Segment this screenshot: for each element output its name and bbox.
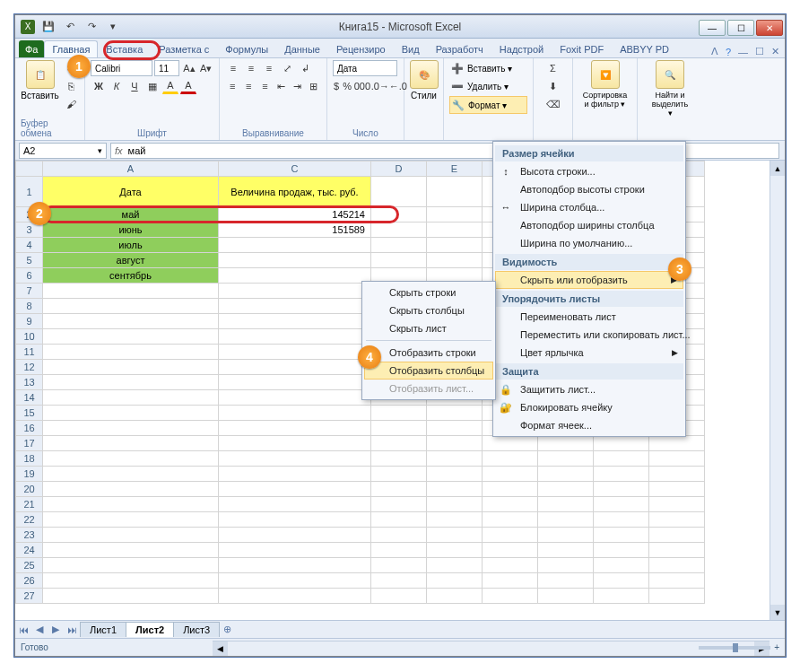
cell[interactable] <box>649 573 705 589</box>
cell[interactable] <box>43 299 219 314</box>
menu-autofit-col[interactable]: Автоподбор ширины столбца <box>495 216 683 234</box>
cell[interactable] <box>371 238 427 253</box>
row-header[interactable]: 22 <box>16 512 43 528</box>
cell[interactable] <box>219 558 371 573</box>
cell[interactable] <box>43 436 219 451</box>
orientation-icon[interactable]: ⤢ <box>279 60 295 76</box>
submenu-unhide-cols[interactable]: Отобразить столбцы <box>364 362 493 380</box>
tab-review[interactable]: Рецензиро <box>328 40 394 57</box>
row-header[interactable]: 18 <box>16 451 43 467</box>
cell[interactable] <box>43 345 219 360</box>
cell[interactable] <box>371 482 427 497</box>
menu-autofit-row[interactable]: Автоподбор высоты строки <box>495 180 683 198</box>
horizontal-scrollbar[interactable]: ◀ ▶ <box>213 641 770 656</box>
menu-col-width[interactable]: ↔Ширина столбца... <box>495 198 683 216</box>
row-header[interactable]: 14 <box>16 390 43 406</box>
cell[interactable] <box>427 467 483 482</box>
qat-undo-icon[interactable]: ↶ <box>62 19 78 35</box>
inc-decimal-icon[interactable]: .0→ <box>372 78 388 94</box>
cell[interactable] <box>427 482 483 497</box>
cell[interactable]: май <box>43 207 219 223</box>
cell[interactable] <box>43 360 219 375</box>
row-header[interactable]: 21 <box>16 497 43 512</box>
cell[interactable] <box>483 528 538 543</box>
cell[interactable] <box>219 467 371 482</box>
cell[interactable] <box>371 223 427 238</box>
menu-row-height[interactable]: ↕Высота строки... <box>495 162 683 180</box>
cell[interactable] <box>649 528 705 543</box>
menu-move-copy-sheet[interactable]: Переместить или скопировать лист... <box>495 326 683 344</box>
cell[interactable]: 145214 <box>219 207 371 223</box>
cell[interactable] <box>219 253 371 268</box>
cell[interactable] <box>371 207 427 223</box>
cell[interactable] <box>219 451 371 467</box>
cell[interactable] <box>538 528 594 543</box>
cell[interactable] <box>371 421 427 436</box>
border-icon[interactable]: ▦ <box>144 78 161 94</box>
cell[interactable] <box>219 421 371 436</box>
cell[interactable] <box>43 589 219 604</box>
cell[interactable] <box>43 421 219 436</box>
cell[interactable] <box>594 528 649 543</box>
qat-dropdown-icon[interactable]: ▾ <box>105 19 121 35</box>
decrease-font-icon[interactable]: A▾ <box>198 60 213 76</box>
cell[interactable] <box>483 497 538 512</box>
submenu-hide-cols[interactable]: Скрыть столбцы <box>364 301 493 319</box>
row-header[interactable]: 6 <box>16 268 43 284</box>
submenu-hide-rows[interactable]: Скрыть строки <box>364 284 493 301</box>
scroll-down-icon[interactable]: ▼ <box>770 605 785 620</box>
align-right-icon[interactable]: ≡ <box>257 78 272 94</box>
cell[interactable] <box>43 482 219 497</box>
col-header[interactable]: D <box>371 161 427 177</box>
italic-icon[interactable]: К <box>109 78 125 94</box>
cell[interactable] <box>483 558 538 573</box>
cell[interactable] <box>427 207 483 223</box>
tab-abbyy[interactable]: ABBYY PD <box>612 40 677 57</box>
row-header[interactable]: 20 <box>16 482 43 497</box>
cell[interactable] <box>43 329 219 345</box>
sheet-nav-next-icon[interactable]: ▶ <box>48 622 64 638</box>
cell[interactable] <box>427 528 483 543</box>
cell[interactable] <box>219 360 371 375</box>
cell[interactable] <box>219 589 371 604</box>
cell[interactable] <box>371 543 427 558</box>
cell[interactable] <box>538 573 594 589</box>
scroll-left-icon[interactable]: ◀ <box>213 641 228 656</box>
copy-icon[interactable]: ⎘ <box>64 78 80 94</box>
cells-format-button[interactable]: 🔧Формат ▾ <box>449 96 527 114</box>
menu-tab-color[interactable]: Цвет ярлычка▶ <box>495 344 683 362</box>
cell[interactable] <box>219 497 371 512</box>
cell[interactable] <box>43 573 219 589</box>
row-header[interactable]: 19 <box>16 467 43 482</box>
cell[interactable] <box>427 238 483 253</box>
number-format-select[interactable]: Дата <box>333 60 397 76</box>
cell[interactable] <box>427 543 483 558</box>
sheet-nav-last-icon[interactable]: ⏭ <box>64 622 80 638</box>
cell[interactable] <box>538 543 594 558</box>
styles-button[interactable]: 🎨 Стили <box>404 60 444 100</box>
tab-formulas[interactable]: Формулы <box>217 40 276 57</box>
cell[interactable] <box>427 558 483 573</box>
doc-min-icon[interactable]: — <box>738 47 748 57</box>
row-header[interactable]: 12 <box>16 360 43 375</box>
cell[interactable] <box>538 451 594 467</box>
cell[interactable] <box>371 512 427 528</box>
find-select-button[interactable]: 🔍 Найти и выделить ▾ <box>650 60 690 118</box>
row-header[interactable]: 15 <box>16 406 43 421</box>
cell[interactable] <box>649 512 705 528</box>
row-header[interactable]: 10 <box>16 329 43 345</box>
scroll-up-icon[interactable]: ▲ <box>770 161 785 176</box>
cell[interactable] <box>427 406 483 421</box>
row-header[interactable]: 5 <box>16 253 43 268</box>
cell[interactable] <box>594 558 649 573</box>
merge-icon[interactable]: ⊞ <box>307 78 321 94</box>
cell[interactable] <box>371 467 427 482</box>
cell[interactable] <box>427 436 483 451</box>
cell[interactable] <box>219 436 371 451</box>
cell[interactable] <box>649 467 705 482</box>
sheet-tab[interactable]: Лист3 <box>173 622 220 637</box>
font-size-select[interactable]: 11 <box>154 60 179 76</box>
zoom-in-icon[interactable]: + <box>774 642 779 652</box>
fill-color-icon[interactable]: A <box>162 78 178 94</box>
cell[interactable] <box>427 177 483 207</box>
